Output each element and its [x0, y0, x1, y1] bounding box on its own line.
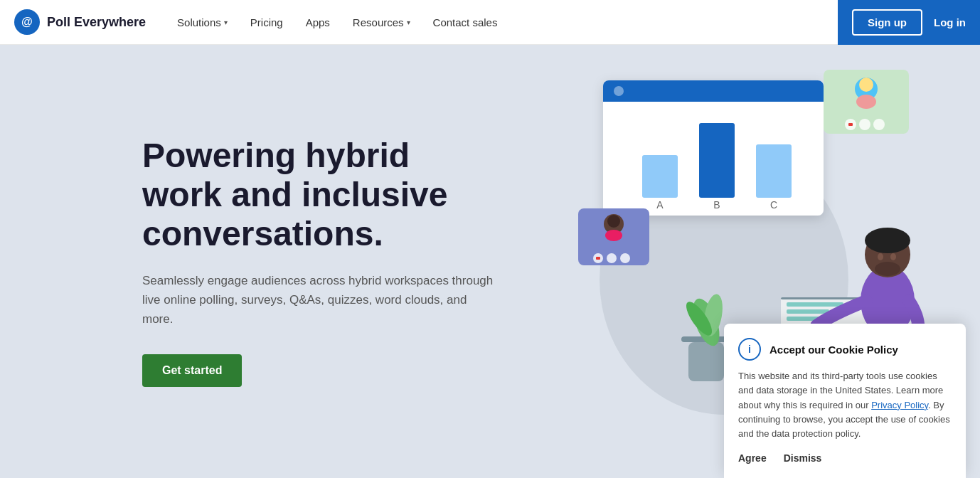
cookie-body: This website and its third-party tools u…: [738, 369, 952, 441]
get-started-button[interactable]: Get started: [142, 354, 242, 387]
cookie-header: i Accept our Cookie Policy: [738, 338, 952, 361]
svg-rect-42: [578, 208, 649, 265]
svg-rect-15: [787, 317, 836, 321]
svg-rect-32: [756, 144, 792, 198]
svg-point-49: [620, 253, 630, 263]
nav-actions: Sign up Log in: [838, 0, 980, 45]
cookie-banner: i Accept our Cookie Policy This website …: [724, 324, 966, 478]
hero-title: Powering hybrid work and inclusive conve…: [142, 136, 498, 254]
svg-text:A: A: [656, 199, 664, 211]
login-button[interactable]: Log in: [934, 16, 966, 28]
nav-pricing[interactable]: Pricing: [240, 11, 293, 34]
svg-point-21: [875, 262, 900, 276]
svg-point-35: [855, 78, 878, 100]
cookie-dismiss-button[interactable]: Dismiss: [784, 452, 822, 464]
svg-point-5: [688, 295, 725, 349]
nav-contact-sales[interactable]: Contact sales: [423, 11, 508, 34]
cookie-agree-button[interactable]: Agree: [738, 452, 767, 464]
svg-rect-30: [699, 123, 735, 198]
svg-rect-11: [781, 297, 873, 326]
svg-point-20: [890, 253, 896, 260]
svg-rect-24: [603, 80, 824, 216]
cookie-title: Accept our Cookie Policy: [769, 344, 898, 356]
svg-point-37: [856, 95, 876, 109]
nav-apps[interactable]: Apps: [296, 11, 340, 34]
svg-text:B: B: [713, 199, 720, 211]
logo-icon: @: [14, 9, 40, 35]
chevron-down-icon: ▾: [224, 18, 228, 26]
svg-text:@: @: [21, 15, 33, 28]
svg-point-6: [701, 292, 725, 337]
svg-point-17: [865, 232, 910, 277]
privacy-policy-link[interactable]: Privacy Policy: [871, 400, 928, 410]
navigation: @ Poll Everywhere Solutions ▾ Pricing Ap…: [0, 0, 980, 45]
svg-point-18: [865, 228, 910, 253]
svg-point-19: [878, 253, 883, 260]
info-icon: i: [738, 338, 761, 361]
svg-point-27: [614, 86, 624, 96]
svg-point-38: [845, 119, 856, 130]
svg-point-48: [607, 253, 617, 263]
svg-point-45: [605, 230, 622, 241]
svg-point-41: [873, 119, 885, 130]
svg-rect-25: [603, 80, 824, 102]
nav-links: Solutions ▾ Pricing Apps Resources ▾ Con…: [167, 11, 838, 34]
svg-rect-4: [688, 342, 724, 381]
chevron-down-icon: ▾: [407, 18, 410, 26]
svg-point-7: [682, 298, 717, 339]
svg-point-40: [859, 119, 870, 130]
nav-solutions[interactable]: Solutions ▾: [167, 11, 238, 34]
svg-rect-28: [642, 155, 678, 198]
svg-point-43: [604, 214, 624, 234]
hero-subtitle: Seamlessly engage audiences across hybri…: [142, 271, 498, 329]
svg-point-44: [607, 215, 620, 228]
hero-content: Powering hybrid work and inclusive conve…: [142, 136, 498, 387]
svg-rect-13: [787, 302, 843, 307]
svg-rect-12: [781, 297, 873, 299]
nav-resources[interactable]: Resources ▾: [343, 11, 420, 34]
signup-button[interactable]: Sign up: [852, 9, 922, 36]
cookie-actions: Agree Dismiss: [738, 452, 952, 464]
logo-link[interactable]: @ Poll Everywhere: [14, 9, 146, 35]
svg-rect-39: [848, 123, 853, 126]
svg-text:C: C: [770, 199, 777, 211]
svg-rect-14: [787, 309, 829, 314]
svg-rect-26: [603, 92, 824, 102]
svg-rect-34: [824, 70, 909, 134]
svg-rect-47: [596, 257, 600, 260]
svg-point-36: [859, 78, 873, 92]
svg-point-46: [593, 253, 603, 263]
logo-text: Poll Everywhere: [47, 15, 146, 30]
